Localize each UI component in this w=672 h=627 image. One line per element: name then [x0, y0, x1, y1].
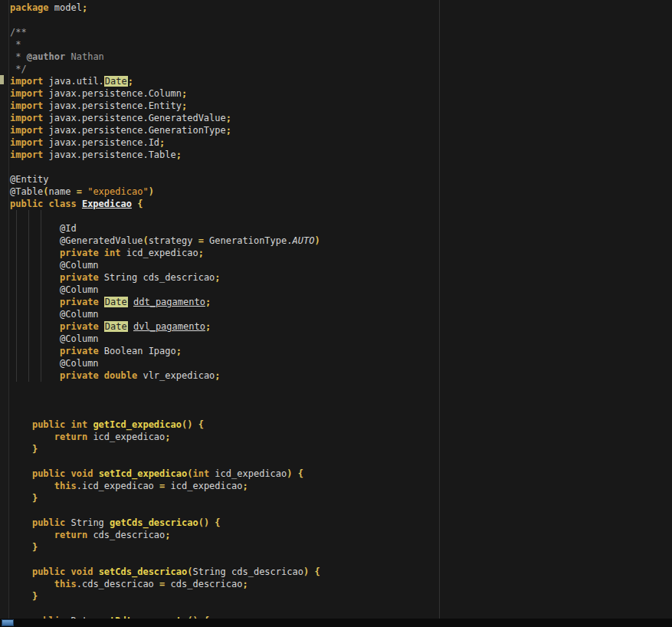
code-line[interactable]: [10, 406, 672, 419]
code-line[interactable]: import javax.persistence.GeneratedValue;: [10, 112, 672, 124]
code-line[interactable]: package model;: [10, 2, 672, 14]
code-token: =: [159, 481, 170, 491]
taskbar-app-icon[interactable]: [2, 619, 14, 626]
code-token: @Column: [10, 260, 99, 271]
code-line[interactable]: private double vlr_expedicao;: [10, 369, 672, 382]
code-line[interactable]: /**: [10, 26, 672, 38]
editor-gutter[interactable]: [0, 0, 9, 619]
code-token: return: [54, 530, 87, 540]
code-token: return: [54, 432, 87, 442]
highlighted-occurrence: Date: [104, 321, 128, 332]
code-token: @Entity: [10, 174, 49, 185]
code-token: Boolean Ipago: [99, 346, 176, 356]
code-line[interactable]: public void setCds_descricao(String cds_…: [10, 566, 672, 578]
code-token: /**: [10, 27, 27, 38]
code-token: ;: [82, 2, 87, 13]
code-token: private: [60, 272, 99, 283]
code-token: import: [10, 125, 43, 136]
code-line[interactable]: private Date dvl_pagamento;: [10, 320, 672, 333]
code-line[interactable]: import javax.persistence.Entity;: [10, 100, 672, 112]
code-token: [10, 297, 60, 307]
code-token: int: [192, 468, 209, 479]
code-line[interactable]: [10, 14, 672, 26]
code-token: icd_expedicao: [209, 468, 287, 479]
code-line[interactable]: }: [10, 541, 672, 553]
code-line[interactable]: public int getIcd_expedicao() {: [10, 419, 672, 431]
code-line[interactable]: [10, 210, 672, 222]
code-line[interactable]: }: [10, 590, 672, 602]
code-line[interactable]: [10, 504, 672, 517]
code-line[interactable]: this.cds_descricao = cds_descricao;: [10, 578, 672, 590]
code-line[interactable]: private Date ddt_pagamento;: [10, 296, 672, 308]
code-token: =: [77, 186, 87, 197]
code-token: private double: [60, 370, 137, 381]
code-line[interactable]: [10, 455, 672, 468]
code-token: @author: [27, 51, 66, 62]
code-token: ;: [242, 579, 247, 589]
code-token: public int: [32, 419, 87, 430]
code-token: () {: [182, 419, 204, 430]
code-token: private: [60, 297, 99, 307]
code-line[interactable]: */: [10, 63, 672, 75]
code-line[interactable]: import javax.persistence.Column;: [10, 87, 672, 100]
code-line[interactable]: import javax.persistence.Table;: [10, 149, 672, 161]
code-line[interactable]: this.icd_expedicao = icd_expedicao;: [10, 480, 672, 492]
code-line[interactable]: [10, 394, 672, 406]
code-token: AUTO: [292, 235, 314, 246]
code-token: model: [49, 2, 82, 13]
code-line[interactable]: }: [10, 492, 672, 504]
code-token: public class: [10, 199, 82, 209]
code-token: ;: [165, 432, 170, 442]
code-line[interactable]: @GeneratedValue(strategy = GenerationTyp…: [10, 235, 672, 247]
code-line[interactable]: [10, 161, 672, 173]
code-token: [10, 517, 32, 528]
code-line[interactable]: * @author Nathan: [10, 51, 672, 63]
code-token: [10, 346, 60, 356]
code-token: @Column: [10, 284, 99, 295]
code-line[interactable]: public String getCds_descricao() {: [10, 517, 672, 529]
code-token: ;: [226, 125, 231, 136]
code-token: javax.persistence.Table: [43, 149, 175, 160]
code-token: ;: [128, 76, 133, 87]
code-line[interactable]: private Boolean Ipago;: [10, 345, 672, 357]
code-token: String cds_descricao: [99, 272, 215, 283]
code-area[interactable]: package model; /** * * @author Nathan */…: [10, 2, 672, 627]
code-line[interactable]: @Column: [10, 284, 672, 296]
code-line[interactable]: import javax.persistence.Id;: [10, 136, 672, 149]
code-line[interactable]: *: [10, 38, 672, 51]
code-line[interactable]: @Id: [10, 222, 672, 235]
code-token: ;: [165, 530, 170, 540]
code-token: this: [54, 481, 77, 491]
code-line[interactable]: import java.util.Date;: [10, 75, 672, 87]
code-line[interactable]: public void setIcd_expedicao(int icd_exp…: [10, 468, 672, 480]
code-line[interactable]: @Entity: [10, 173, 672, 185]
code-token: this: [54, 579, 77, 589]
code-token: ;: [182, 100, 187, 111]
code-line[interactable]: private String cds_descricao;: [10, 271, 672, 284]
code-line[interactable]: @Column: [10, 333, 672, 345]
code-token: private: [60, 346, 99, 356]
code-token: .cds_descricao: [77, 579, 159, 589]
code-line[interactable]: @Column: [10, 357, 672, 369]
code-editor[interactable]: package model; /** * * @author Nathan */…: [0, 0, 672, 619]
code-line[interactable]: @Table(name = "expedicao"): [10, 185, 672, 198]
code-line[interactable]: @Column: [10, 308, 672, 320]
code-line[interactable]: public class Expedicao {: [10, 198, 672, 210]
code-line[interactable]: [10, 602, 672, 615]
code-token: ;: [182, 88, 187, 99]
code-token: icd_expedicao: [87, 432, 165, 442]
code-line[interactable]: private int icd_expedicao;: [10, 247, 672, 259]
code-token: ddt_pagamento: [133, 297, 205, 307]
code-token: javax.persistence.Id: [43, 137, 159, 148]
code-line[interactable]: }: [10, 443, 672, 455]
code-token: setIcd_expedicao: [99, 468, 188, 479]
code-token: [10, 468, 32, 479]
code-token: [10, 432, 54, 442]
code-line[interactable]: import javax.persistence.GenerationType;: [10, 124, 672, 136]
code-line[interactable]: @Column: [10, 259, 672, 271]
code-line[interactable]: return cds_descricao;: [10, 529, 672, 541]
code-line[interactable]: [10, 382, 672, 394]
code-line[interactable]: [10, 553, 672, 566]
code-line[interactable]: return icd_expedicao;: [10, 431, 672, 443]
code-token: getCds_descricao: [110, 517, 198, 528]
